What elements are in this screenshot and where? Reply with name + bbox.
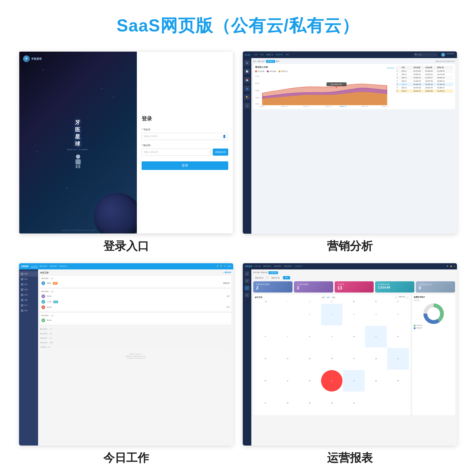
- ops-nav-appt[interactable]: 预约管理 ▾: [263, 265, 271, 268]
- cal-cell-11[interactable]: 11: [365, 326, 387, 347]
- nav-month[interactable]: 本月: [260, 53, 264, 56]
- cal-cell-14[interactable]: 14: [277, 348, 298, 370]
- filter-booking[interactable]: 预约: [276, 60, 279, 63]
- sidebar-icon-5[interactable]: 💊: [244, 94, 250, 100]
- cal-filter-appt[interactable]: 预约: [327, 296, 330, 299]
- cal-cell-9[interactable]: 9: [321, 326, 343, 347]
- ops-sidebar-1[interactable]: A: [245, 271, 249, 276]
- sidebar-rx[interactable]: 处方: [19, 303, 38, 308]
- phone-field: * 手机号 请输入手机号 👤: [142, 128, 228, 140]
- sidebar-icon-2[interactable]: 📊: [244, 68, 250, 74]
- sidebar-appt[interactable]: 预约: [19, 276, 38, 282]
- work-toolbar-2[interactable]: 🔔: [220, 265, 222, 268]
- sidebar-icon-4[interactable]: 👥: [244, 86, 250, 91]
- sidebar-fee[interactable]: 收费: [19, 287, 38, 292]
- login-button[interactable]: 登录: [142, 161, 228, 170]
- cal-cell-26[interactable]: 26: [387, 370, 409, 392]
- ops-search[interactable]: 🔍: [446, 265, 449, 267]
- cal-cell-31[interactable]: 31: [343, 392, 365, 414]
- cal-cell-16[interactable]: 16: [321, 348, 343, 370]
- cal-next[interactable]: ›: [406, 296, 409, 299]
- subtab-visit[interactable]: 就诊分析: [261, 271, 268, 274]
- cal-cell-4[interactable]: 4: [365, 304, 387, 325]
- search-button[interactable]: 查询: [283, 276, 290, 279]
- cal-cell-28[interactable]: 28: [277, 392, 298, 414]
- cal-cell-2[interactable]: 2: [321, 304, 343, 325]
- work-nav-finance[interactable]: 财务管理 ▾: [60, 265, 68, 268]
- table-row: 12021.152,570.9932,939.5242,248.34: [396, 69, 453, 73]
- export-excel[interactable]: 导出excel: [387, 67, 394, 69]
- cal-cell-15[interactable]: 15: [299, 348, 321, 370]
- table-row: 22021.546,962.0630,522.2637,409.46: [396, 83, 453, 86]
- sidebar-report[interactable]: 报表: [19, 308, 38, 313]
- nav-summary[interactable]: 数据汇总: [267, 53, 273, 56]
- date-picker-1[interactable]: 2022-01-01: [253, 276, 265, 279]
- nav-analysis[interactable]: 数据分析: [276, 53, 283, 56]
- table-row: 22021.648,749.1529,267.4935,485.47: [396, 86, 453, 89]
- phone-input[interactable]: 请输入手机号 👤: [142, 133, 228, 140]
- cal-cell-21[interactable]: 21: [277, 370, 298, 392]
- cal-cell-6[interactable]: 6: [255, 326, 276, 347]
- ops-nav-finance[interactable]: 财务管理 ▾: [284, 265, 292, 268]
- analytics-panel: 营业收入分析 导出excel 营业金额: [253, 64, 455, 109]
- cal-cell-13[interactable]: 13: [255, 348, 276, 370]
- cal-filter-visit[interactable]: 就诊: [332, 296, 335, 299]
- cal-cell-29[interactable]: 29: [299, 392, 321, 414]
- cal-cell-27[interactable]: 27: [255, 392, 276, 414]
- cal-cell-18[interactable]: 18: [365, 348, 387, 370]
- filter-revenue[interactable]: 营业收支: [266, 60, 275, 63]
- cal-cell-10[interactable]: 10: [343, 326, 365, 347]
- cal-prev[interactable]: ‹: [395, 296, 398, 299]
- sidebar-icon-6[interactable]: ⚙: [244, 103, 250, 108]
- date-picker-2[interactable]: 2022-01-31: [270, 276, 282, 279]
- cal-filter-all[interactable]: 全部: [322, 296, 325, 299]
- analytics-section: Dental 今天 本月 数据汇总 数据分析 今年 🔍 搜索 S Ser: [243, 51, 457, 254]
- ops-sidebar-4[interactable]: D: [245, 293, 249, 298]
- sidebar-today[interactable]: 今日: [19, 271, 38, 276]
- ops-nav-patient[interactable]: 患者管理 ▾: [274, 265, 282, 268]
- cal-cell-30[interactable]: 30: [321, 392, 343, 414]
- cal-cell-19[interactable]: 19: [387, 348, 409, 370]
- cal-cell-22[interactable]: 22: [299, 370, 321, 392]
- cal-cell-3[interactable]: 3: [343, 304, 365, 325]
- subtab-appt[interactable]: 挂号分析: [253, 271, 260, 274]
- filter-customers[interactable]: 客户: [262, 60, 265, 63]
- ops-sidebar-3[interactable]: C: [245, 286, 249, 290]
- cal-cell-20[interactable]: 20: [255, 370, 276, 392]
- cal-cell-8[interactable]: 8: [299, 326, 321, 347]
- ops-bell[interactable]: 🔔: [450, 265, 452, 267]
- cal-cell-1[interactable]: 1: [299, 304, 321, 325]
- cal-cell-5[interactable]: 5: [387, 304, 409, 325]
- cal-cell-25[interactable]: 25: [365, 370, 387, 392]
- work-toolbar-3[interactable]: ⚙: [224, 265, 226, 268]
- ops-nav-report[interactable]: 运营报表 ▾: [295, 265, 303, 268]
- cal-cell-23-today[interactable]: 23: [321, 370, 343, 392]
- cal-cell-17[interactable]: 17: [343, 348, 365, 370]
- ops-gear[interactable]: ⚙: [454, 265, 455, 267]
- sidebar-visit[interactable]: 就诊: [19, 282, 38, 287]
- sidebar-icon-3[interactable]: 📅: [244, 77, 250, 83]
- user-avatar[interactable]: S: [441, 53, 445, 57]
- nav-today[interactable]: 今天: [254, 53, 257, 56]
- code-input[interactable]: 请输入验证码: [142, 149, 211, 156]
- cal-cell-12[interactable]: 12: [387, 326, 409, 347]
- work-nav-appt[interactable]: 预约管理 ▾: [39, 265, 48, 268]
- cal-cell-7[interactable]: 7: [277, 326, 298, 347]
- subtab-ops[interactable]: 运营日报: [269, 271, 278, 274]
- filter-visits[interactable]: 就诊: [257, 60, 261, 63]
- analytics-search[interactable]: 🔍 搜索: [414, 53, 438, 57]
- ops-nav-today[interactable]: 今日工作: [254, 265, 261, 268]
- svg-text:2021.7: 2021.7: [381, 106, 388, 107]
- sidebar-patient[interactable]: 患者: [19, 292, 38, 298]
- cal-cell-24[interactable]: 24: [343, 370, 365, 392]
- work-nav-patient[interactable]: 患者管理 ▾: [50, 265, 58, 268]
- sidebar-icon-1[interactable]: ▣: [244, 60, 250, 66]
- nav-year[interactable]: 今年: [286, 53, 289, 56]
- get-code-button[interactable]: 获取验证码: [213, 149, 228, 156]
- work-nav-today[interactable]: 今日工作: [31, 265, 38, 268]
- add-appt-btn[interactable]: + 预约挂号: [223, 271, 231, 274]
- stat-value-4: 1,514.68: [378, 286, 411, 289]
- work-toolbar-1[interactable]: ⊞: [217, 265, 218, 268]
- ops-sidebar-2[interactable]: B: [245, 278, 249, 283]
- sidebar-diagnosis[interactable]: 诊断: [19, 298, 38, 303]
